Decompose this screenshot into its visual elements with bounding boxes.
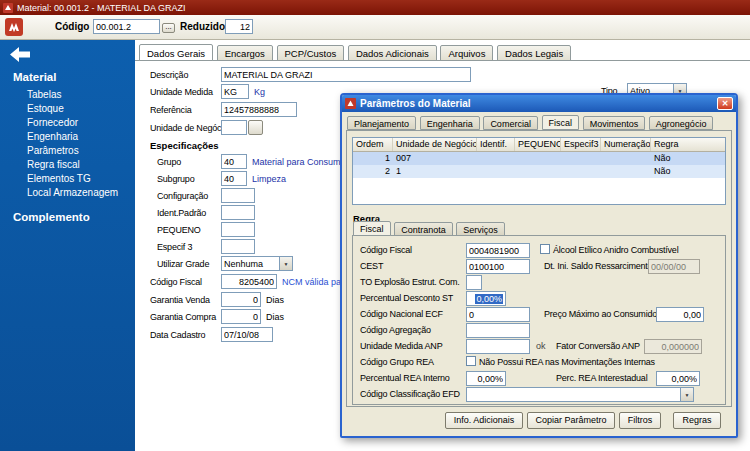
codigo-lookup-button[interactable]: ... xyxy=(162,23,175,33)
dialog-tab-comercial[interactable]: Comercial xyxy=(483,116,538,130)
nao-possui-rea-checkbox[interactable] xyxy=(466,356,476,366)
sidebar-item-engenharia[interactable]: Engenharia xyxy=(0,129,135,143)
to-explosao-input[interactable] xyxy=(466,275,482,290)
tab-dados-gerais[interactable]: Dados Gerais xyxy=(139,44,213,61)
especificacoes-title: Especificações xyxy=(150,140,219,151)
toolbar: Código ... Reduzido xyxy=(0,15,750,40)
utilizar-grade-select[interactable]: Nenhuma ▼ xyxy=(221,256,293,271)
subgrupo-input[interactable] xyxy=(221,171,247,186)
dialog-tab-agronegocio[interactable]: Agronegócio xyxy=(649,116,714,130)
sidebar-item-fornecedor[interactable]: Fornecedor xyxy=(0,115,135,129)
parametros-grid: Ordem Unidade de Negócio Identif. PEQUEN… xyxy=(352,137,726,205)
dialog-title: Parâmetros do Material xyxy=(360,98,471,109)
garantia-venda-input[interactable] xyxy=(221,292,261,307)
garantia-compra-input[interactable] xyxy=(221,309,261,324)
dialog-icon xyxy=(345,98,356,109)
ident-padrao-input[interactable] xyxy=(221,205,255,220)
alcool-checkbox[interactable] xyxy=(540,244,550,254)
main-tabs: Dados Gerais Encargos PCP/Custos Dados A… xyxy=(139,44,572,62)
unidade-negocio-zoom-button[interactable] xyxy=(248,120,263,135)
to-explosao-label: TO Explosão Estrut. Com. xyxy=(360,277,460,287)
pequeno-input[interactable] xyxy=(221,222,255,237)
unidade-medida-input[interactable] xyxy=(221,84,249,99)
perc-desconto-st-input[interactable]: 0,00% xyxy=(466,291,506,306)
grid-row[interactable]: 2 1 Não xyxy=(353,165,725,178)
unidade-medida-anp-input[interactable] xyxy=(466,339,530,354)
referencia-label: Referência xyxy=(150,105,192,115)
cell-especif3 xyxy=(561,165,601,178)
codigo-classificacao-efd-select[interactable]: ▼ xyxy=(466,387,694,402)
cest-input[interactable] xyxy=(466,259,530,274)
col-pequeno: PEQUENO xyxy=(515,138,561,151)
col-unidade-negocio: Unidade de Negócio xyxy=(393,138,477,151)
preco-maximo-label: Preço Máximo ao Consumidor xyxy=(544,309,660,319)
sub-tab-contranota[interactable]: Contranota xyxy=(394,222,453,236)
unidade-negocio-input[interactable] xyxy=(221,120,247,135)
sidebar-section-complemento: Complemento xyxy=(0,199,135,227)
codigo-agregacao-input[interactable] xyxy=(466,323,530,338)
perc-rea-interno-input[interactable] xyxy=(466,371,506,386)
sidebar-item-regra-fiscal[interactable]: Regra fiscal xyxy=(0,157,135,171)
tab-pcp-custos[interactable]: PCP/Custos xyxy=(277,45,345,61)
nao-possui-rea-label: Não Possui REA nas Movimentações Interna… xyxy=(479,357,655,367)
perc-desconto-st-value: 0,00% xyxy=(475,294,503,304)
reduzido-input[interactable] xyxy=(225,19,253,34)
garantia-compra-label: Garantia Compra xyxy=(150,312,216,322)
tab-dados-adicionais[interactable]: Dados Adicionais xyxy=(348,45,437,61)
grid-row[interactable]: 1 007 Não xyxy=(353,152,725,165)
especif3-input[interactable] xyxy=(221,239,255,254)
referencia-input[interactable] xyxy=(221,102,297,117)
sidebar-item-estoque[interactable]: Estoque xyxy=(0,101,135,115)
cest-label: CEST xyxy=(360,261,383,271)
descricao-label: Descrição xyxy=(150,70,188,80)
descricao-input[interactable] xyxy=(221,67,471,82)
cell-ordem: 2 xyxy=(353,165,393,178)
codigo-fiscal-input[interactable] xyxy=(221,274,277,289)
col-regra: Regra xyxy=(651,138,725,151)
window-title: Material: 00.001.2 - MATERIAL DA GRAZI xyxy=(17,3,186,13)
copiar-parametro-button[interactable]: Copiar Parâmetro xyxy=(527,412,615,429)
grupo-input[interactable] xyxy=(221,154,247,169)
tab-arquivos[interactable]: Arquivos xyxy=(440,45,493,61)
sidebar-item-tabelas[interactable]: Tabelas xyxy=(0,87,135,101)
utilizar-grade-value: Nenhuma xyxy=(222,259,279,269)
codigo-input[interactable] xyxy=(93,19,160,34)
subgrupo-desc: Limpeza xyxy=(252,174,286,184)
regras-button[interactable]: Regras xyxy=(673,412,721,429)
garantia-venda-unit: Dias xyxy=(266,295,284,305)
preco-maximo-input[interactable] xyxy=(656,307,704,322)
tab-dados-legais[interactable]: Dados Legais xyxy=(497,45,571,61)
dialog-tab-movimentos[interactable]: Movimentos xyxy=(583,116,646,130)
grupo-desc: Material para Consumo xyxy=(252,157,346,167)
filtros-button[interactable]: Filtros xyxy=(619,412,661,429)
cell-regra: Não xyxy=(651,152,725,165)
cell-especif3 xyxy=(561,152,601,165)
dialog-tab-fiscal[interactable]: Fiscal xyxy=(542,115,580,130)
cell-numeracao xyxy=(601,152,651,165)
chevron-down-icon: ▼ xyxy=(279,257,292,270)
sidebar-item-parametros[interactable]: Parâmetros xyxy=(0,143,135,157)
tab-encargos[interactable]: Encargos xyxy=(217,45,273,61)
col-especif3: Especif3 xyxy=(561,138,601,151)
dialog-titlebar: Parâmetros do Material ✕ xyxy=(342,95,736,112)
sub-tab-servicos[interactable]: Serviços xyxy=(456,222,505,236)
cell-numeracao xyxy=(601,165,651,178)
codigo-nacional-ecf-input[interactable] xyxy=(466,307,530,322)
close-icon[interactable]: ✕ xyxy=(717,97,733,110)
dialog-tab-engenharia[interactable]: Engenharia xyxy=(420,116,480,130)
back-arrow-icon[interactable] xyxy=(8,46,32,63)
dt-ini-label: Dt. Ini. Saldo Ressarcimento xyxy=(544,261,652,271)
configuracao-input[interactable] xyxy=(221,188,255,203)
data-cadastro-input[interactable] xyxy=(221,327,273,342)
cell-ordem: 1 xyxy=(353,152,393,165)
perc-rea-interestadual-input[interactable] xyxy=(656,371,700,386)
dlg-codigo-fiscal-input[interactable] xyxy=(466,243,530,258)
codigo-grupo-rea-label: Código Grupo REA xyxy=(360,357,434,367)
sub-tab-fiscal[interactable]: Fiscal xyxy=(353,221,391,236)
sidebar-item-elementos-tg[interactable]: Elementos TG xyxy=(0,171,135,185)
codigo-fiscal-label: Código Fiscal xyxy=(150,277,202,287)
sidebar-item-local-armazenagem[interactable]: Local Armazenagem xyxy=(0,185,135,199)
cell-unidade: 007 xyxy=(393,152,477,165)
dialog-tab-planejamento[interactable]: Planejamento xyxy=(347,116,416,130)
info-adicionais-button[interactable]: Info. Adicionais xyxy=(445,412,523,429)
